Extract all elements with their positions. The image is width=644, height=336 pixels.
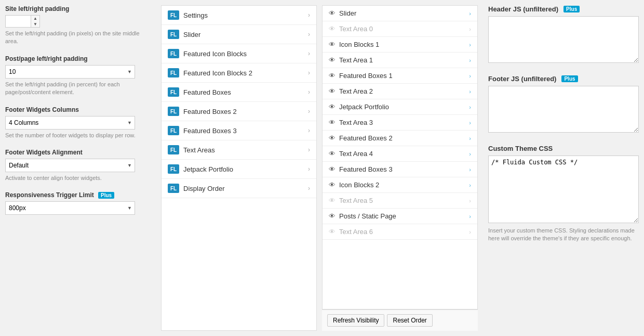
sidebar-item-label-text-area-2: Text Area 2 xyxy=(339,87,373,95)
middle-item-featured-boxes-2[interactable]: FL Featured Boxes 2 › xyxy=(162,102,316,121)
header-js-title: Header JS (unfiltered) Plus xyxy=(488,5,639,13)
sidebar-item-text-area-3[interactable]: 👁 Text Area 3 › xyxy=(323,115,477,131)
chevron-right-icon-display-order: › xyxy=(308,185,310,192)
middle-item-label-text-areas: Text Areas xyxy=(183,146,215,154)
middle-item-label-featured-boxes-2: Featured Boxes 2 xyxy=(183,108,237,115)
chevron-right-small-jetpack-portfolio: › xyxy=(469,104,471,110)
spinner-down-button[interactable]: ▼ xyxy=(31,21,39,27)
responsiveness-plus-badge: Plus xyxy=(98,192,114,199)
middle-item-featured-boxes[interactable]: FL Featured Boxes › xyxy=(162,83,316,102)
footer-alignment-label: Footer Widgets Alignment xyxy=(5,149,153,156)
chevron-right-small-featured-boxes-2: › xyxy=(469,135,471,141)
footer-alignment-select[interactable]: Default xyxy=(5,159,135,172)
responsiveness-select[interactable]: 800px xyxy=(5,201,135,215)
site-padding-label: Site left/right padding xyxy=(5,5,153,12)
fl-badge-display-order: FL xyxy=(168,184,179,193)
chevron-right-icon-featured-boxes-2: › xyxy=(308,108,310,115)
sidebar-item-label-featured-boxes-3: Featured Boxes 3 xyxy=(339,165,393,173)
custom-css-section: Custom Theme CSS Insert your custom them… xyxy=(488,145,639,243)
sidebar-item-label-text-area-1: Text Area 1 xyxy=(339,56,373,64)
post-padding-group: Post/page left/right padding 10 Set the … xyxy=(5,55,153,97)
sidebar-item-icon-blocks-2[interactable]: 👁 Icon Blocks 2 › xyxy=(323,177,477,193)
middle-item-display-order[interactable]: FL Display Order › xyxy=(162,179,316,198)
fl-badge-slider: FL xyxy=(168,30,179,39)
chevron-right-icon-slider: › xyxy=(308,31,310,38)
left-panel: Site left/right padding 0 ▲ ▼ Set the le… xyxy=(5,5,161,331)
chevron-right-small-featured-boxes-1: › xyxy=(469,73,471,79)
custom-css-desc: Insert your custom theme CSS. Styling de… xyxy=(488,227,639,243)
fl-badge-jetpack-portfolio: FL xyxy=(168,164,179,174)
responsiveness-group: Responsiveness Trigger Limit Plus 800px xyxy=(5,191,153,215)
eye-icon-text-area-4: 👁 xyxy=(329,150,336,158)
fl-badge-featured-icon-blocks-2: FL xyxy=(168,68,179,77)
sidebar-item-text-area-2[interactable]: 👁 Text Area 2 › xyxy=(323,84,477,99)
chevron-right-icon-featured-icon-blocks: › xyxy=(308,50,310,57)
fl-badge-text-areas: FL xyxy=(168,145,179,154)
chevron-right-small-text-area-6: › xyxy=(469,229,471,235)
sidebar-item-featured-boxes-3[interactable]: 👁 Featured Boxes 3 › xyxy=(323,162,477,177)
sidebar-item-label-featured-boxes-1: Featured Boxes 1 xyxy=(339,72,393,80)
footer-columns-group: Footer Widgets Columns 4 Columns Set the… xyxy=(5,106,153,139)
sidebar-item-featured-boxes-2[interactable]: 👁 Featured Boxes 2 › xyxy=(323,131,477,146)
footer-js-section: Footer JS (unfiltered) Plus xyxy=(488,75,639,134)
chevron-right-icon-settings: › xyxy=(308,11,310,19)
footer-js-title: Footer JS (unfiltered) Plus xyxy=(488,75,639,83)
footer-js-textarea[interactable] xyxy=(488,86,639,133)
fl-badge-featured-icon-blocks: FL xyxy=(168,49,179,58)
spinner-up-button[interactable]: ▲ xyxy=(31,16,39,21)
chevron-right-small-icon-blocks-1: › xyxy=(469,42,471,48)
footer-columns-select[interactable]: 4 Columns xyxy=(5,116,135,130)
header-js-textarea[interactable] xyxy=(488,16,639,63)
eye-icon-text-area-0: 👁 xyxy=(329,25,336,33)
chevron-right-small-slider: › xyxy=(469,10,471,17)
eye-icon-featured-boxes-1: 👁 xyxy=(329,72,336,80)
middle-item-slider[interactable]: FL Slider › xyxy=(162,25,316,44)
site-padding-input[interactable]: 0 xyxy=(5,15,31,28)
sidebar-item-icon-blocks-1[interactable]: 👁 Icon Blocks 1 › xyxy=(323,37,477,53)
post-padding-desc: Set the left/right padding (in percent) … xyxy=(5,81,153,97)
sidebar-item-slider[interactable]: 👁 Slider › xyxy=(323,6,477,21)
middle-item-text-areas[interactable]: FL Text Areas › xyxy=(162,140,316,160)
eye-icon-featured-boxes-2: 👁 xyxy=(329,134,336,142)
middle-item-jetpack-portfolio[interactable]: FL Jetpack Portfolio › xyxy=(162,160,316,179)
middle-item-label-settings: Settings xyxy=(183,11,208,19)
middle-panel: FL Settings › FL Slider › FL Featured Ic… xyxy=(161,5,317,331)
chevron-right-small-posts-static: › xyxy=(469,213,471,219)
middle-item-featured-icon-blocks-2[interactable]: FL Featured Icon Blocks 2 › xyxy=(162,63,316,83)
chevron-right-small-text-area-5: › xyxy=(469,198,471,204)
header-js-plus-badge: Plus xyxy=(564,6,580,12)
chevron-right-icon-featured-boxes: › xyxy=(308,88,310,96)
site-padding-spinner: ▲ ▼ xyxy=(31,15,40,28)
refresh-visibility-button[interactable]: Refresh Visibility xyxy=(327,314,384,327)
chevron-right-small-featured-boxes-3: › xyxy=(469,166,471,173)
eye-icon-text-area-2: 👁 xyxy=(329,87,336,95)
sidebar-item-text-area-1[interactable]: 👁 Text Area 1 › xyxy=(323,53,477,68)
fl-badge-featured-boxes-3: FL xyxy=(168,126,179,135)
middle-item-settings[interactable]: FL Settings › xyxy=(162,6,316,25)
custom-css-textarea[interactable] xyxy=(488,156,639,223)
sidebar-item-label-text-area-5: Text Area 5 xyxy=(339,197,373,204)
sidebar-item-text-area-4[interactable]: 👁 Text Area 4 › xyxy=(323,146,477,162)
middle-item-label-featured-boxes-3: Featured Boxes 3 xyxy=(183,127,237,135)
post-padding-select[interactable]: 10 xyxy=(5,65,135,79)
sidebar-item-posts-static[interactable]: 👁 Posts / Static Page › xyxy=(323,209,477,224)
middle-item-label-featured-icon-blocks-2: Featured Icon Blocks 2 xyxy=(183,69,252,77)
footer-js-plus-badge: Plus xyxy=(561,75,578,82)
sidebar-item-text-area-0[interactable]: 👁 Text Area 0 › xyxy=(323,21,477,37)
sidebar-item-featured-boxes-1[interactable]: 👁 Featured Boxes 1 › xyxy=(323,68,477,84)
eye-icon-posts-static: 👁 xyxy=(329,212,336,220)
eye-icon-text-area-6: 👁 xyxy=(329,228,336,236)
footer-alignment-desc: Activate to center align footer widgets. xyxy=(5,174,153,182)
reset-order-button[interactable]: Reset Order xyxy=(387,314,432,327)
middle-item-label-featured-icon-blocks: Featured Icon Blocks xyxy=(183,50,247,58)
fl-badge-featured-boxes-2: FL xyxy=(168,107,179,116)
sidebar-item-jetpack-portfolio[interactable]: 👁 Jetpack Portfolio › xyxy=(323,99,477,115)
chevron-right-small-icon-blocks-2: › xyxy=(469,182,471,188)
sidebar-item-text-area-5[interactable]: 👁 Text Area 5 › xyxy=(323,193,477,209)
sidebar-item-text-area-6[interactable]: 👁 Text Area 6 › xyxy=(323,224,477,240)
middle-item-featured-icon-blocks[interactable]: FL Featured Icon Blocks › xyxy=(162,44,316,63)
site-padding-group: Site left/right padding 0 ▲ ▼ Set the le… xyxy=(5,5,153,46)
eye-icon-icon-blocks-2: 👁 xyxy=(329,181,336,189)
chevron-right-icon-jetpack-portfolio: › xyxy=(308,165,310,173)
middle-item-featured-boxes-3[interactable]: FL Featured Boxes 3 › xyxy=(162,121,316,140)
